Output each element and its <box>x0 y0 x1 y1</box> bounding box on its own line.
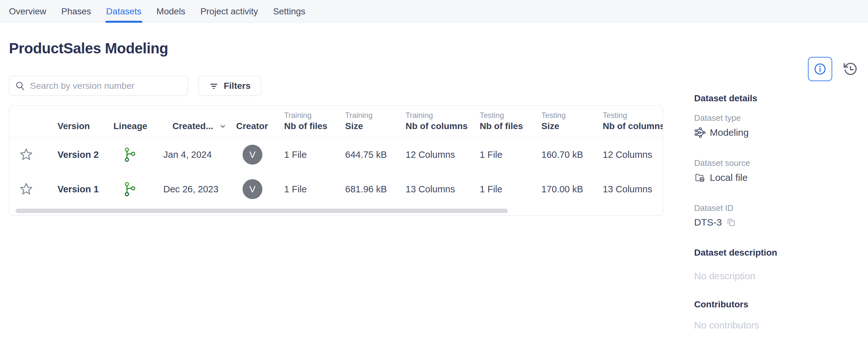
creator-avatar[interactable]: V <box>243 145 262 165</box>
dataset-source-label: Dataset source <box>694 158 862 168</box>
tab-settings[interactable]: Settings <box>273 0 305 23</box>
info-button[interactable] <box>808 57 832 81</box>
dataset-type-label: Dataset type <box>694 113 862 123</box>
dataset-id-value: DTS-3 <box>694 217 862 228</box>
history-icon <box>842 61 859 77</box>
app-root: Overview Phases Datasets Models Project … <box>0 0 868 354</box>
training-files: 1 File <box>275 150 336 160</box>
info-icon <box>813 62 827 76</box>
page-title: ProductSales Modeling <box>9 39 868 58</box>
local-file-icon <box>694 172 706 183</box>
main-content: ProductSales Modeling Filters Version Li… <box>0 39 868 354</box>
testing-files: 1 File <box>471 184 532 195</box>
header-star-column <box>9 106 49 137</box>
scrollbar-thumb[interactable] <box>16 208 508 213</box>
table-header-row: Version Lineage Created... Creator Train… <box>9 106 663 137</box>
tab-phases[interactable]: Phases <box>61 0 91 23</box>
toolbar: Filters <box>9 76 868 96</box>
training-size: 681.96 kB <box>336 184 397 195</box>
filters-button[interactable]: Filters <box>198 76 261 96</box>
dataset-source-value: Local file <box>694 172 862 183</box>
training-columns: 13 Columns <box>397 184 471 195</box>
top-navigation: Overview Phases Datasets Models Project … <box>0 0 868 23</box>
description-title: Dataset description <box>694 248 862 258</box>
header-created-sort[interactable]: Created... <box>154 106 227 137</box>
dataset-type-value: Modeling <box>694 127 862 138</box>
header-training-size: TrainingSize <box>336 106 397 137</box>
horizontal-scrollbar[interactable] <box>9 208 663 214</box>
chevron-down-icon <box>218 122 227 131</box>
favorite-star-icon[interactable] <box>9 147 49 162</box>
dataset-id-label: Dataset ID <box>694 203 862 213</box>
creator-cell: V <box>227 145 275 165</box>
header-testing-size: TestingSize <box>532 106 594 137</box>
contributors-title: Contributors <box>694 299 862 310</box>
header-creator: Creator <box>227 106 275 137</box>
modeling-icon <box>694 127 706 138</box>
search-icon <box>15 81 25 91</box>
tab-datasets[interactable]: Datasets <box>106 0 142 23</box>
tab-project-activity[interactable]: Project activity <box>200 0 258 23</box>
filter-icon <box>209 81 219 91</box>
header-testing-files: TestingNb of files <box>471 106 532 137</box>
testing-columns: 12 Columns <box>594 150 663 160</box>
header-training-columns: TrainingNb of columns <box>397 106 471 137</box>
training-size: 644.75 kB <box>336 150 397 160</box>
lineage-branch-icon[interactable] <box>104 181 154 197</box>
header-version: Version <box>49 106 104 137</box>
creator-cell: V <box>227 179 275 199</box>
training-columns: 12 Columns <box>397 150 471 160</box>
creator-avatar[interactable]: V <box>243 179 262 199</box>
favorite-star-icon[interactable] <box>9 182 49 196</box>
copy-icon[interactable] <box>726 217 736 227</box>
version-link[interactable]: Version 1 <box>49 184 104 195</box>
lineage-branch-icon[interactable] <box>104 146 154 163</box>
header-lineage: Lineage <box>104 106 154 137</box>
header-actions <box>808 57 859 81</box>
header-testing-columns: TestingNb of columns <box>594 106 663 137</box>
contributors-empty-text: No contributors <box>694 320 862 331</box>
history-button[interactable] <box>841 60 859 78</box>
training-files: 1 File <box>275 184 336 195</box>
testing-size: 170.00 kB <box>532 184 594 195</box>
search-box[interactable] <box>9 76 188 96</box>
table-row[interactable]: Version 2 Jan 4, 2024 V 1 File 644.75 kB <box>9 137 663 172</box>
version-link[interactable]: Version 2 <box>49 150 104 160</box>
tab-overview[interactable]: Overview <box>9 0 46 23</box>
filters-label: Filters <box>224 81 251 91</box>
versions-table: Version Lineage Created... Creator Train… <box>9 105 663 216</box>
tab-models[interactable]: Models <box>157 0 185 23</box>
description-empty-text: No description <box>694 270 862 282</box>
table-row[interactable]: Version 1 Dec 26, 2023 V 1 File 681.96 k… <box>9 172 663 206</box>
testing-columns: 13 Columns <box>594 184 663 195</box>
details-title: Dataset details <box>694 93 862 103</box>
dataset-details-panel: Dataset details Dataset type Modeling Da… <box>694 93 862 354</box>
testing-files: 1 File <box>471 150 532 160</box>
search-input[interactable] <box>30 81 182 91</box>
testing-size: 160.70 kB <box>532 150 594 160</box>
header-training-files: TrainingNb of files <box>275 106 336 137</box>
created-date: Jan 4, 2024 <box>154 150 227 160</box>
created-date: Dec 26, 2023 <box>154 184 227 195</box>
